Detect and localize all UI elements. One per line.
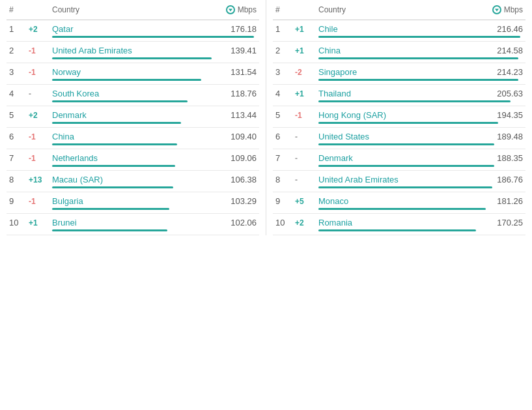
rank-change: - [295, 132, 318, 141]
country-name: Thailand [318, 89, 477, 98]
country-name: Romania [318, 218, 477, 227]
right-header: # Country Mbps [273, 0, 525, 20]
country-name: United Arab Emirates [318, 175, 477, 184]
speed-bar [318, 165, 494, 167]
table-row: 5+2Denmark113.44 [7, 106, 259, 128]
rank-number: 2 [9, 46, 29, 55]
bar-container [9, 34, 257, 40]
table-row: 8+13Macau (SAR)106.38 [7, 171, 259, 192]
rank-change: +1 [295, 46, 318, 55]
rank-number: 9 [9, 196, 29, 206]
left-mbps-label: Mbps [238, 5, 257, 14]
bar-container [9, 184, 257, 190]
country-name: Singapore [318, 67, 477, 77]
rank-number: 6 [275, 132, 295, 141]
mbps-value: 188.35 [477, 153, 523, 163]
table-row: 4+1Thailand205.63 [273, 85, 525, 106]
rank-number: 4 [275, 89, 295, 98]
bar-container [275, 184, 523, 190]
mbps-value: 189.48 [477, 132, 523, 141]
rank-change: -1 [295, 111, 318, 120]
mbps-value: 103.29 [211, 196, 257, 206]
rank-change: +2 [295, 218, 318, 227]
country-name: Chile [318, 24, 477, 34]
table-row: 7-1Netherlands109.06 [7, 149, 259, 171]
right-down-icon [492, 5, 501, 14]
speed-bar [52, 57, 212, 59]
bar-container [9, 98, 257, 104]
bar-container [9, 77, 257, 83]
rank-change: -1 [29, 132, 52, 141]
mbps-value: 205.63 [477, 89, 523, 98]
table-row: 6-United States189.48 [273, 128, 525, 149]
mbps-value: 109.40 [211, 132, 257, 141]
mbps-value: 216.46 [477, 24, 523, 34]
country-name: Denmark [318, 153, 477, 163]
left-rows: 1+2Qatar176.182-1United Arab Emirates139… [7, 20, 259, 235]
mbps-value: 131.54 [211, 67, 257, 77]
country-name: Bulgaria [52, 196, 211, 206]
country-name: China [318, 46, 477, 55]
table-row: 1+2Qatar176.18 [7, 20, 259, 42]
bar-container [275, 141, 523, 147]
speed-bar [318, 100, 511, 102]
bar-container [275, 34, 523, 40]
right-panel: # Country Mbps 1+1Chile216.462+1China214… [266, 0, 532, 235]
rank-number: 5 [9, 110, 29, 120]
speed-bar [52, 143, 177, 145]
mbps-value: 109.06 [211, 153, 257, 163]
right-col-num: # [275, 5, 295, 14]
bar-container [275, 98, 523, 104]
rank-number: 1 [9, 24, 29, 34]
bar-container [9, 227, 257, 233]
table-row: 1+1Chile216.46 [273, 20, 525, 42]
country-name: Brunei [52, 218, 211, 227]
speed-bar [318, 122, 498, 124]
rank-number: 8 [9, 175, 29, 184]
rank-number: 10 [9, 218, 29, 227]
bar-container [275, 227, 523, 233]
rank-number: 3 [9, 67, 29, 77]
country-name: China [52, 132, 211, 141]
mbps-value: 186.76 [477, 175, 523, 184]
rank-number: 1 [275, 24, 295, 34]
mbps-value: 139.41 [211, 46, 257, 55]
speed-bar [52, 208, 169, 210]
rank-change: +1 [295, 25, 318, 34]
bar-container [9, 206, 257, 212]
rank-number: 8 [275, 175, 295, 184]
rank-change: -1 [29, 197, 52, 206]
table-row: 2-1United Arab Emirates139.41 [7, 42, 259, 63]
country-name: Hong Kong (SAR) [318, 110, 477, 120]
table-row: 2+1China214.58 [273, 42, 525, 63]
left-col-country: Country [52, 5, 211, 14]
rank-number: 5 [275, 110, 295, 120]
rank-change: - [295, 154, 318, 163]
rank-number: 6 [9, 132, 29, 141]
rank-number: 9 [275, 196, 295, 206]
left-col-mbps: Mbps [211, 5, 257, 14]
speed-bar [318, 57, 518, 59]
rank-change: -1 [29, 154, 52, 163]
right-col-country: Country [318, 5, 477, 14]
bar-container [275, 163, 523, 169]
speed-bar [52, 186, 173, 188]
country-name: Monaco [318, 196, 477, 206]
mbps-value: 214.23 [477, 67, 523, 77]
speed-bar [318, 229, 476, 231]
rank-change: +2 [29, 25, 52, 34]
mbps-value: 113.44 [211, 110, 257, 120]
left-panel: # Country Mbps 1+2Qatar176.182-1United A… [0, 0, 266, 235]
speed-bar [318, 186, 492, 188]
speed-bar [52, 36, 254, 38]
rank-number: 3 [275, 67, 295, 77]
bar-container [275, 206, 523, 212]
mbps-value: 194.35 [477, 110, 523, 120]
right-mbps-label: Mbps [504, 5, 523, 14]
rank-number: 7 [275, 153, 295, 163]
rank-change: +1 [29, 218, 52, 227]
rank-change: - [29, 89, 52, 98]
rank-number: 2 [275, 46, 295, 55]
rank-change: +1 [295, 89, 318, 98]
rank-number: 4 [9, 89, 29, 98]
